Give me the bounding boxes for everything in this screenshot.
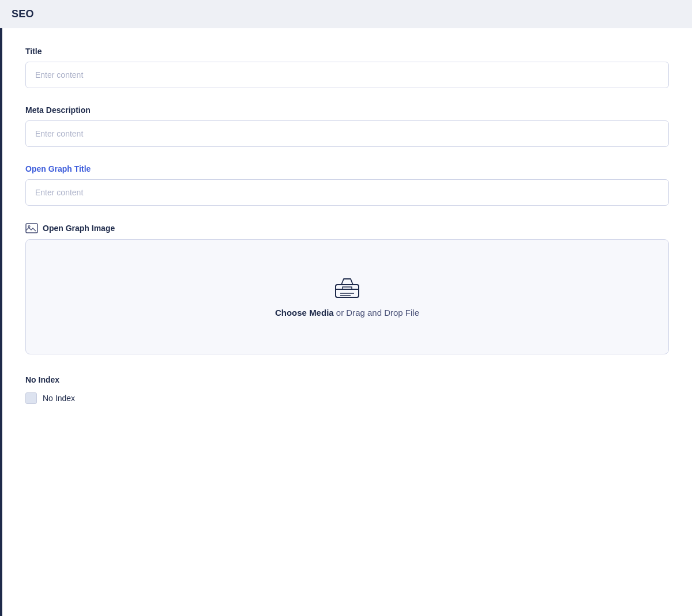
page-header: SEO [0, 0, 692, 28]
title-input[interactable] [25, 62, 669, 88]
no-index-checkbox[interactable] [25, 392, 37, 404]
svg-rect-0 [26, 224, 37, 233]
dropzone-or-text: or Drag and Drop File [334, 308, 419, 318]
og-title-label: Open Graph Title [25, 164, 669, 173]
meta-description-input[interactable] [25, 120, 669, 147]
meta-description-field-group: Meta Description [25, 105, 669, 147]
checkbox-row: No Index [25, 392, 669, 404]
og-title-input[interactable] [25, 179, 669, 206]
no-index-section-label: No Index [25, 375, 669, 384]
dropzone-text: Choose Media or Drag and Drop File [275, 308, 419, 318]
og-image-label-row: Open Graph Image [25, 223, 669, 233]
meta-description-label: Meta Description [25, 105, 669, 115]
image-icon [25, 223, 38, 233]
main-content: Title Meta Description Open Graph Title … [0, 28, 692, 616]
no-index-checkbox-label[interactable]: No Index [43, 394, 75, 403]
title-label: Title [25, 47, 669, 56]
page-title: SEO [12, 8, 680, 20]
og-title-field-group: Open Graph Title [25, 164, 669, 206]
svg-point-1 [28, 226, 30, 228]
dropzone[interactable]: Choose Media or Drag and Drop File [25, 239, 669, 354]
choose-media-label: Choose Media [275, 308, 334, 318]
no-index-section: No Index No Index [25, 375, 669, 404]
og-image-label: Open Graph Image [43, 224, 115, 233]
media-upload-icon [329, 277, 366, 300]
title-field-group: Title [25, 47, 669, 88]
og-image-field-group: Open Graph Image Choose Media or Drag an… [25, 223, 669, 354]
